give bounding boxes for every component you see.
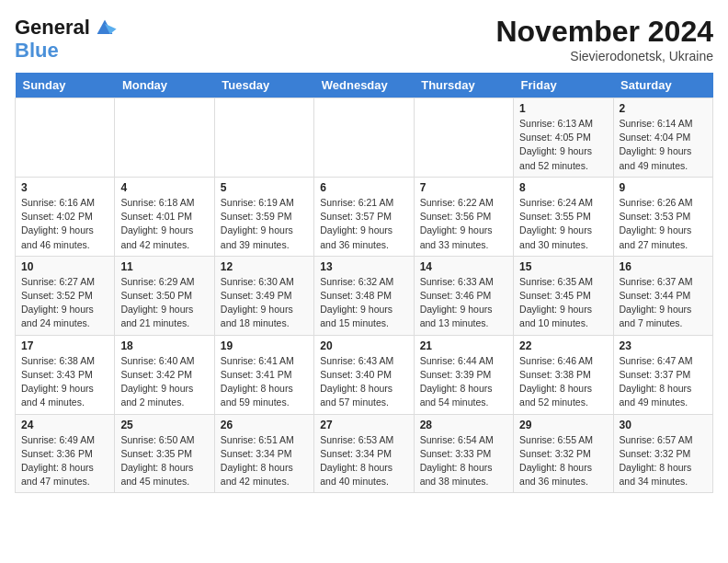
day-number: 5: [221, 181, 308, 194]
empty-day-cell: [414, 98, 513, 178]
day-info: Sunrise: 6:33 AM Sunset: 3:46 PM Dayligh…: [420, 275, 507, 331]
day-info: Sunrise: 6:40 AM Sunset: 3:42 PM Dayligh…: [120, 354, 208, 410]
day-number: 4: [120, 181, 208, 194]
calendar-day-cell: 23Sunrise: 6:47 AM Sunset: 3:37 PM Dayli…: [613, 335, 712, 414]
day-of-week-header: Saturday: [613, 73, 712, 98]
page-header: General Blue November 2024 Sievierodonet…: [15, 15, 713, 63]
day-info: Sunrise: 6:26 AM Sunset: 3:53 PM Dayligh…: [620, 196, 707, 252]
day-info: Sunrise: 6:24 AM Sunset: 3:55 PM Dayligh…: [519, 196, 607, 252]
empty-day-cell: [314, 98, 414, 178]
day-number: 14: [420, 260, 507, 273]
calendar-day-cell: 3Sunrise: 6:16 AM Sunset: 4:02 PM Daylig…: [16, 177, 115, 256]
calendar-week-row: 17Sunrise: 6:38 AM Sunset: 3:43 PM Dayli…: [16, 335, 713, 414]
calendar-table: SundayMondayTuesdayWednesdayThursdayFrid…: [15, 73, 713, 493]
day-of-week-header: Sunday: [16, 73, 115, 98]
day-number: 10: [21, 260, 108, 273]
logo-text-line2: Blue: [15, 40, 59, 61]
calendar-day-cell: 5Sunrise: 6:19 AM Sunset: 3:59 PM Daylig…: [214, 177, 313, 256]
day-of-week-header: Thursday: [414, 73, 513, 98]
day-info: Sunrise: 6:50 AM Sunset: 3:35 PM Dayligh…: [120, 433, 208, 489]
day-info: Sunrise: 6:37 AM Sunset: 3:44 PM Dayligh…: [620, 275, 707, 331]
calendar-day-cell: 1Sunrise: 6:13 AM Sunset: 4:05 PM Daylig…: [514, 98, 613, 178]
day-info: Sunrise: 6:54 AM Sunset: 3:33 PM Dayligh…: [420, 433, 507, 489]
day-number: 3: [21, 181, 108, 194]
day-info: Sunrise: 6:35 AM Sunset: 3:45 PM Dayligh…: [519, 275, 607, 331]
calendar-day-cell: 17Sunrise: 6:38 AM Sunset: 3:43 PM Dayli…: [16, 335, 115, 414]
day-info: Sunrise: 6:27 AM Sunset: 3:52 PM Dayligh…: [21, 275, 108, 331]
day-number: 21: [420, 339, 507, 352]
day-info: Sunrise: 6:16 AM Sunset: 4:02 PM Dayligh…: [21, 196, 108, 252]
day-number: 7: [420, 181, 507, 194]
day-number: 23: [620, 339, 707, 352]
day-of-week-header: Friday: [514, 73, 613, 98]
calendar-day-cell: 12Sunrise: 6:30 AM Sunset: 3:49 PM Dayli…: [214, 256, 313, 335]
calendar-day-cell: 4Sunrise: 6:18 AM Sunset: 4:01 PM Daylig…: [115, 177, 214, 256]
day-number: 13: [320, 260, 407, 273]
day-info: Sunrise: 6:14 AM Sunset: 4:04 PM Dayligh…: [620, 117, 707, 173]
day-number: 22: [519, 339, 607, 352]
calendar-day-cell: 14Sunrise: 6:33 AM Sunset: 3:46 PM Dayli…: [414, 256, 513, 335]
day-of-week-header: Wednesday: [314, 73, 414, 98]
day-info: Sunrise: 6:43 AM Sunset: 3:40 PM Dayligh…: [320, 354, 407, 410]
empty-day-cell: [115, 98, 214, 178]
day-number: 24: [21, 419, 108, 431]
calendar-day-cell: 11Sunrise: 6:29 AM Sunset: 3:50 PM Dayli…: [115, 256, 214, 335]
day-number: 19: [221, 339, 308, 352]
day-number: 1: [519, 102, 607, 115]
calendar-day-cell: 28Sunrise: 6:54 AM Sunset: 3:33 PM Dayli…: [414, 414, 513, 493]
day-number: 17: [21, 339, 108, 352]
month-title: November 2024: [495, 15, 713, 49]
day-number: 27: [320, 419, 407, 431]
calendar-day-cell: 6Sunrise: 6:21 AM Sunset: 3:57 PM Daylig…: [314, 177, 414, 256]
day-info: Sunrise: 6:38 AM Sunset: 3:43 PM Dayligh…: [21, 354, 108, 410]
calendar-day-cell: 26Sunrise: 6:51 AM Sunset: 3:34 PM Dayli…: [214, 414, 313, 493]
day-number: 9: [620, 181, 707, 194]
calendar-day-cell: 30Sunrise: 6:57 AM Sunset: 3:32 PM Dayli…: [613, 414, 712, 493]
day-info: Sunrise: 6:19 AM Sunset: 3:59 PM Dayligh…: [221, 196, 308, 252]
day-info: Sunrise: 6:29 AM Sunset: 3:50 PM Dayligh…: [120, 275, 208, 331]
calendar-day-cell: 9Sunrise: 6:26 AM Sunset: 3:53 PM Daylig…: [613, 177, 712, 256]
calendar-day-cell: 10Sunrise: 6:27 AM Sunset: 3:52 PM Dayli…: [16, 256, 115, 335]
calendar-day-cell: 27Sunrise: 6:53 AM Sunset: 3:34 PM Dayli…: [314, 414, 414, 493]
day-info: Sunrise: 6:32 AM Sunset: 3:48 PM Dayligh…: [320, 275, 407, 331]
day-number: 8: [519, 181, 607, 194]
day-info: Sunrise: 6:44 AM Sunset: 3:39 PM Dayligh…: [420, 354, 507, 410]
day-number: 16: [620, 260, 707, 273]
calendar-day-cell: 25Sunrise: 6:50 AM Sunset: 3:35 PM Dayli…: [115, 414, 214, 493]
calendar-week-row: 1Sunrise: 6:13 AM Sunset: 4:05 PM Daylig…: [16, 98, 713, 178]
day-number: 6: [320, 181, 407, 194]
day-info: Sunrise: 6:46 AM Sunset: 3:38 PM Dayligh…: [519, 354, 607, 410]
calendar-day-cell: 22Sunrise: 6:46 AM Sunset: 3:38 PM Dayli…: [514, 335, 613, 414]
day-info: Sunrise: 6:41 AM Sunset: 3:41 PM Dayligh…: [221, 354, 308, 410]
day-info: Sunrise: 6:30 AM Sunset: 3:49 PM Dayligh…: [221, 275, 308, 331]
day-number: 26: [221, 419, 308, 431]
calendar-day-cell: 2Sunrise: 6:14 AM Sunset: 4:04 PM Daylig…: [613, 98, 712, 178]
calendar-week-row: 10Sunrise: 6:27 AM Sunset: 3:52 PM Dayli…: [16, 256, 713, 335]
day-info: Sunrise: 6:22 AM Sunset: 3:56 PM Dayligh…: [420, 196, 507, 252]
day-number: 11: [120, 260, 208, 273]
calendar-day-cell: 19Sunrise: 6:41 AM Sunset: 3:41 PM Dayli…: [214, 335, 313, 414]
day-number: 25: [120, 419, 208, 431]
day-number: 20: [320, 339, 407, 352]
day-info: Sunrise: 6:13 AM Sunset: 4:05 PM Dayligh…: [519, 117, 607, 173]
calendar-day-cell: 16Sunrise: 6:37 AM Sunset: 3:44 PM Dayli…: [613, 256, 712, 335]
day-info: Sunrise: 6:21 AM Sunset: 3:57 PM Dayligh…: [320, 196, 407, 252]
calendar-day-cell: 7Sunrise: 6:22 AM Sunset: 3:56 PM Daylig…: [414, 177, 513, 256]
day-of-week-header: Monday: [115, 73, 214, 98]
day-of-week-header: Tuesday: [214, 73, 313, 98]
calendar-week-row: 3Sunrise: 6:16 AM Sunset: 4:02 PM Daylig…: [16, 177, 713, 256]
logo-text-line1: General: [15, 17, 90, 38]
location-subtitle: Sievierodonetsk, Ukraine: [495, 49, 713, 63]
title-section: November 2024 Sievierodonetsk, Ukraine: [495, 15, 713, 63]
day-number: 28: [420, 419, 507, 431]
day-info: Sunrise: 6:18 AM Sunset: 4:01 PM Dayligh…: [120, 196, 208, 252]
calendar-day-cell: 8Sunrise: 6:24 AM Sunset: 3:55 PM Daylig…: [514, 177, 613, 256]
empty-day-cell: [214, 98, 313, 178]
calendar-day-cell: 15Sunrise: 6:35 AM Sunset: 3:45 PM Dayli…: [514, 256, 613, 335]
calendar-day-cell: 13Sunrise: 6:32 AM Sunset: 3:48 PM Dayli…: [314, 256, 414, 335]
day-number: 12: [221, 260, 308, 273]
day-number: 2: [620, 102, 707, 115]
day-number: 30: [620, 419, 707, 431]
day-info: Sunrise: 6:47 AM Sunset: 3:37 PM Dayligh…: [620, 354, 707, 410]
calendar-header-row: SundayMondayTuesdayWednesdayThursdayFrid…: [16, 73, 713, 98]
